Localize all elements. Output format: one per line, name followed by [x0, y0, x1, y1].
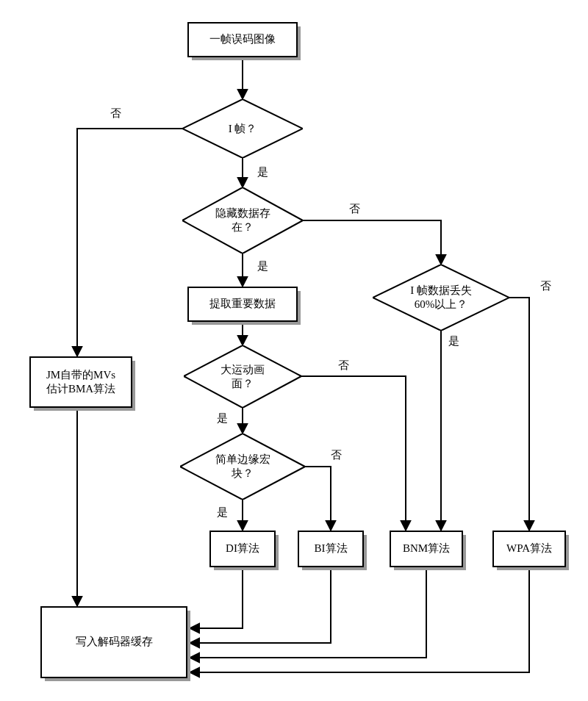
node-bnm-text: BNM算法 — [403, 542, 450, 556]
node-jm-text: JM自带的MVs 估计BMA算法 — [46, 368, 115, 397]
node-start-text: 一帧误码图像 — [209, 32, 276, 47]
node-extract-text: 提取重要数据 — [209, 297, 276, 312]
branch-label-no: 否 — [110, 107, 121, 121]
node-decision-bigmotion: 大运动画 面？ — [184, 345, 184, 346]
node-decision-60pct-text: I 帧数据丢失 60%以上？ — [410, 284, 472, 312]
branch-label-no: 否 — [349, 202, 360, 216]
branch-label-yes: 是 — [448, 334, 459, 348]
node-bi: BI算法 — [298, 531, 364, 567]
branch-label-yes: 是 — [217, 506, 228, 520]
node-decision-hidden-text: 隐藏数据存 在？ — [215, 206, 270, 234]
branch-label-yes: 是 — [257, 259, 268, 273]
node-di-text: DI算法 — [226, 542, 259, 556]
branch-label-yes: 是 — [217, 411, 228, 425]
node-write: 写入解码器缓存 — [40, 606, 187, 678]
node-write-text: 写入解码器缓存 — [76, 635, 153, 650]
node-di: DI算法 — [209, 531, 276, 567]
node-decision-simpleedge: 简单边缘宏 块？ — [180, 434, 181, 434]
node-decision-iframe-text: I 帧？ — [229, 122, 257, 136]
node-decision-60pct: I 帧数据丢失 60%以上？ — [373, 265, 373, 265]
node-bnm: BNM算法 — [390, 531, 463, 567]
node-decision-hidden: 隐藏数据存 在？ — [182, 187, 183, 188]
branch-label-yes: 是 — [257, 165, 268, 179]
node-wpa: WPA算法 — [492, 531, 566, 567]
node-jm: JM自带的MVs 估计BMA算法 — [29, 356, 132, 408]
node-decision-simpleedge-text: 简单边缘宏 块？ — [215, 453, 270, 481]
branch-label-no: 否 — [540, 279, 551, 293]
node-bi-text: BI算法 — [315, 542, 348, 556]
node-wpa-text: WPA算法 — [506, 542, 552, 556]
node-start: 一帧误码图像 — [187, 22, 298, 57]
branch-label-no: 否 — [331, 448, 342, 462]
node-decision-iframe: I 帧？ — [182, 99, 183, 100]
branch-label-no: 否 — [338, 359, 349, 373]
node-decision-bigmotion-text: 大运动画 面？ — [220, 363, 265, 391]
node-extract: 提取重要数据 — [187, 287, 298, 322]
flowchart-canvas: 一帧误码图像 I 帧？ 隐藏数据存 在？ 提取重要数据 大运动画 面？ 简单边缘… — [0, 0, 588, 701]
